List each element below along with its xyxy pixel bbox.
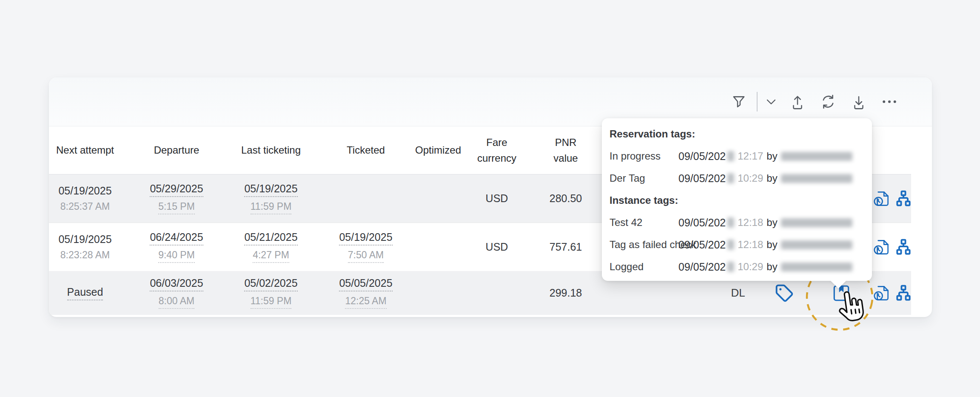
tag-time: 10:29 <box>738 172 763 184</box>
header-label: Next attempt <box>56 142 114 158</box>
upload-icon <box>789 94 806 110</box>
last-ticketing-date[interactable]: 05/19/2025 <box>244 183 297 197</box>
tooltip-section-title: Reservation tags: <box>602 123 872 145</box>
sitemap-button[interactable] <box>892 174 914 223</box>
departure-time[interactable]: 5:15 PM <box>158 201 195 214</box>
document-history-button[interactable] <box>871 271 893 315</box>
tag-time: 10:29 <box>738 261 763 273</box>
document-history-icon <box>872 189 892 208</box>
tag-label: Tag as failed check <box>610 239 672 251</box>
cell-next-attempt: 05/19/2025 8:25:37 AM <box>49 174 121 223</box>
redacted-year-digit <box>727 240 734 250</box>
departure-time[interactable]: 8:00 AM <box>159 295 194 309</box>
cell-pnr-value: 299.18 <box>530 271 601 315</box>
redacted-year-digit <box>727 217 734 228</box>
tooltip-section-title: Instance tags: <box>602 189 872 211</box>
more-actions-button[interactable] <box>874 86 905 117</box>
departure-date[interactable]: 06/24/2025 <box>150 231 203 246</box>
sitemap-icon <box>894 238 913 257</box>
sitemap-button[interactable] <box>892 271 914 315</box>
by-label: by <box>766 217 777 228</box>
sitemap-button[interactable] <box>892 223 914 271</box>
upload-button[interactable] <box>782 86 813 117</box>
by-label: by <box>766 172 777 184</box>
redacted-user-name <box>781 263 852 271</box>
tooltip-row: Test 42 09/05/202 12:18 by <box>602 211 872 234</box>
fare-currency-value: USD <box>486 241 508 253</box>
document-history-icon <box>872 237 892 257</box>
more-ellipsis-icon <box>881 93 898 110</box>
ticketed-date[interactable]: 05/19/2025 <box>339 231 392 246</box>
filter-button[interactable] <box>724 86 754 117</box>
departure-date[interactable]: 06/03/2025 <box>150 277 203 291</box>
tag-date: 09/05/202 <box>678 261 726 273</box>
tag-date: 09/05/202 <box>678 217 726 229</box>
cell-departure: 05/29/2025 5:15 PM <box>141 174 212 223</box>
last-ticketing-time[interactable]: 4:27 PM <box>253 249 289 263</box>
tag-label: Test 42 <box>610 217 672 228</box>
cell-departure: 06/03/2025 8:00 AM <box>141 271 212 315</box>
next-attempt-date: 05/19/2025 <box>58 185 111 197</box>
filter-icon <box>731 94 747 110</box>
cell-departure: 06/24/2025 9:40 PM <box>141 223 212 271</box>
refresh-button[interactable] <box>813 86 843 117</box>
document-history-button[interactable] <box>871 223 893 271</box>
header-departure[interactable]: Departure <box>141 126 212 174</box>
header-label: Last ticketing <box>241 142 301 158</box>
tag-time: 12:17 <box>738 150 763 162</box>
redacted-user-name <box>781 218 852 227</box>
cell-next-attempt: 05/19/2025 8:23:28 AM <box>49 223 121 271</box>
document-history-icon <box>872 283 892 303</box>
tag-date: 09/05/202 <box>678 239 726 251</box>
last-ticketing-time[interactable]: 11:59 PM <box>251 201 292 214</box>
chevron-down-icon <box>765 95 778 108</box>
next-attempt-time: 8:25:37 AM <box>60 201 110 212</box>
pnr-value: 757.61 <box>550 241 582 253</box>
fare-currency-value: USD <box>486 192 508 205</box>
cell-fare-currency: USD <box>462 174 532 223</box>
cell-pnr-value: 757.61 <box>530 223 601 271</box>
header-next-attempt[interactable]: Next attempt <box>49 126 121 174</box>
next-attempt-time: 8:23:28 AM <box>60 249 110 261</box>
last-ticketing-date[interactable]: 05/02/2025 <box>244 277 297 291</box>
header-label: Optimized <box>415 142 461 158</box>
redacted-year-digit <box>727 151 734 161</box>
header-ticketed[interactable]: Ticketed <box>330 126 401 174</box>
tooltip-row: Der Tag 09/05/202 10:29 by <box>602 167 872 189</box>
last-ticketing-time[interactable]: 11:59 PM <box>251 295 292 309</box>
tag-label: In progress <box>610 150 672 162</box>
document-history-button[interactable] <box>871 174 893 223</box>
tooltip-row: Logged 09/05/202 10:29 by <box>602 256 872 278</box>
header-label: Ticketed <box>347 142 385 158</box>
departure-time[interactable]: 9:40 PM <box>158 249 195 263</box>
tag-time: 12:18 <box>738 217 763 228</box>
ticketed-time[interactable]: 7:50 AM <box>348 249 384 263</box>
header-last-ticketing[interactable]: Last ticketing <box>236 126 306 174</box>
departure-date[interactable]: 05/29/2025 <box>150 183 203 197</box>
cell-pnr-value: 280.50 <box>530 174 601 223</box>
ticketed-time[interactable]: 12:25 AM <box>345 295 386 309</box>
cell-last-ticketing: 05/02/2025 11:59 PM <box>236 271 306 315</box>
header-pnr-value[interactable]: PNR value <box>530 126 601 174</box>
next-attempt-date: 05/19/2025 <box>58 233 111 246</box>
toolbar-divider <box>757 92 758 111</box>
pnr-value: 280.50 <box>550 192 582 205</box>
cell-fare-currency: USD <box>462 223 532 271</box>
download-button[interactable] <box>843 86 874 117</box>
status-paused[interactable]: Paused <box>67 286 103 300</box>
ticketed-date[interactable]: 05/05/2025 <box>339 277 392 291</box>
sitemap-icon <box>894 189 913 208</box>
cell-last-ticketing: 05/21/2025 4:27 PM <box>236 223 306 271</box>
redacted-user-name <box>781 152 852 161</box>
by-label: by <box>766 239 777 251</box>
tag-time: 12:18 <box>738 239 763 251</box>
download-icon <box>851 94 867 110</box>
cell-last-ticketing: 05/19/2025 11:59 PM <box>236 174 306 223</box>
header-fare-currency[interactable]: Fare currency <box>462 126 532 174</box>
last-ticketing-date[interactable]: 05/21/2025 <box>244 231 297 246</box>
tooltip-row: Tag as failed check 09/05/202 12:18 by <box>602 234 872 256</box>
reservation-tags-title: Reservation tags: <box>610 128 695 140</box>
tag-date: 09/05/202 <box>678 150 726 163</box>
filter-dropdown-button[interactable] <box>760 86 782 117</box>
tooltip-arrow <box>830 280 846 288</box>
